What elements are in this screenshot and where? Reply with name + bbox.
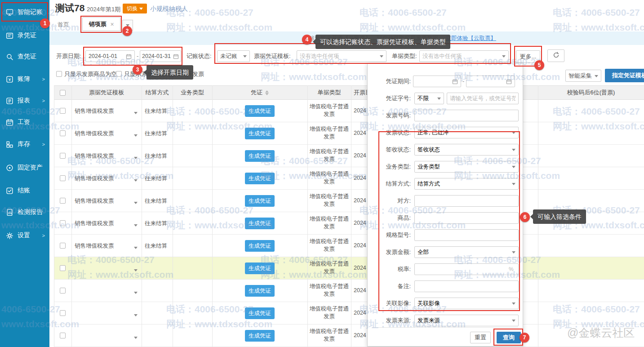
generate-voucher-button[interactable]: 生成凭证 (245, 307, 275, 319)
table-row[interactable]: 销售增值税发票往来结算生成凭证增值税电子普通发票2024 (54, 145, 644, 167)
chevron-down-icon[interactable] (134, 314, 138, 318)
cloud-ticket-link[interactable]: 立即体验【云取票】 (445, 35, 496, 41)
panel-text-input-8[interactable] (414, 212, 519, 224)
voucher-period-to-input[interactable] (466, 76, 515, 87)
panel-text-input-7[interactable] (414, 195, 519, 207)
smart-collect-button[interactable]: 智能采集 (565, 70, 601, 82)
chevron-down-icon[interactable] (134, 337, 138, 341)
tab-home[interactable]: 首页 (58, 21, 69, 29)
reset-button[interactable]: 重置 (470, 332, 491, 343)
table-row[interactable]: 销售增值税发票往来结算生成凭证增值税电子普通发票2024 (54, 122, 644, 145)
panel-text-input-9[interactable] (414, 229, 519, 241)
table-row[interactable]: 生成凭证增值税电子普通发票2024 (54, 280, 644, 302)
switch-account-button[interactable]: 切换 (123, 4, 147, 13)
sidebar-item-reports[interactable]: 报表> (0, 93, 49, 108)
date-from-input[interactable]: 2024-01-01 (85, 50, 135, 62)
table-row[interactable]: 生成凭证增值税电子普通发票2024 (54, 325, 644, 347)
generate-voucher-button[interactable]: 生成凭证 (245, 150, 275, 162)
chevron-down-icon[interactable] (134, 112, 138, 116)
generate-voucher-button[interactable]: 生成凭证 (245, 262, 275, 274)
row-checkbox[interactable] (60, 265, 66, 271)
row-checkbox[interactable] (60, 108, 66, 114)
chevron-down-icon[interactable] (134, 134, 138, 138)
sidebar-item-smart-accounting[interactable]: 智能记账 (0, 5, 49, 19)
chevron-down-icon[interactable] (134, 179, 138, 183)
header-checkbox[interactable] (60, 90, 66, 96)
table-row[interactable]: 销售增值税发票往来结算生成凭证增值税电子普通发票2024 (54, 235, 644, 257)
tax-rate-input[interactable] (414, 263, 519, 275)
panel-select-14-value: 发票来源 (417, 317, 440, 325)
chevron-down-icon[interactable] (134, 157, 138, 161)
generate-voucher-button[interactable]: 生成凭证 (245, 128, 275, 139)
search-button[interactable]: 查询 (497, 332, 521, 343)
sidebar-item-label: 查凭证 (18, 53, 36, 61)
annotation-circle-2: 2 (122, 26, 132, 36)
filter-checkbox[interactable] (56, 71, 62, 77)
cell-settlement: 往来结算 (145, 220, 167, 227)
sidebar-item-salary[interactable]: 工资 (0, 115, 49, 129)
chevron-down-icon[interactable] (134, 224, 138, 228)
table-row[interactable]: 销售增值税发票往来结算生成凭证增值税电子普通发票2024 (54, 167, 644, 190)
panel-field-label: 凭证字号: (368, 93, 411, 104)
voucher-template-select[interactable]: 没有选中任何项 (297, 50, 386, 62)
panel-select-5[interactable]: 业务类型 (414, 161, 519, 173)
chevron-down-icon[interactable] (134, 247, 138, 251)
tab-sales-invoices[interactable]: 销项票 × (82, 17, 120, 31)
sidebar-item-ledger[interactable]: ¥账簿> (0, 72, 49, 86)
sidebar-item-voucher-entry[interactable]: 录凭证 (0, 28, 49, 43)
voucher-period-from-input[interactable] (413, 76, 461, 87)
panel-select-6[interactable]: 结算方式 (414, 178, 519, 190)
panel-text-input-12[interactable] (414, 280, 519, 292)
calendar-icon[interactable] (173, 53, 179, 59)
sidebar-item-voucher-search[interactable]: 查凭证 (0, 49, 49, 64)
panel-select-10[interactable]: 全部 (414, 246, 519, 258)
row-checkbox[interactable] (60, 198, 66, 204)
panel-select-14[interactable]: 发票来源 (414, 315, 519, 326)
cell-invoice-date: 2024 (354, 197, 366, 204)
row-checkbox[interactable] (60, 175, 66, 181)
generate-voucher-button[interactable]: 生成凭证 (245, 218, 275, 229)
generate-voucher-button[interactable]: 生成凭证 (245, 195, 275, 207)
row-checkbox[interactable] (60, 153, 66, 159)
voucher-number-input[interactable] (447, 93, 519, 104)
row-checkbox[interactable] (60, 288, 66, 294)
booking-status-select[interactable]: 未记账 (217, 50, 250, 62)
generate-voucher-button[interactable]: 生成凭证 (245, 240, 275, 252)
sidebar-item-inspection-report[interactable]: 检测报告 (0, 205, 49, 219)
generate-voucher-button[interactable]: 生成凭证 (245, 173, 275, 184)
close-icon[interactable]: × (110, 21, 114, 28)
sidebar-item-closing[interactable]: 结账 (0, 183, 49, 198)
row-checkbox[interactable] (60, 130, 66, 136)
sort-icon[interactable] (265, 89, 269, 97)
voucher-word-select[interactable]: 不限 (414, 93, 444, 104)
panel-select-4[interactable]: 签收状态 (414, 144, 519, 156)
table-row[interactable]: 生成凭证增值税电子普通发票2024 (54, 257, 644, 280)
sidebar-item-settings[interactable]: 设置> (0, 228, 49, 243)
filter-checkbox[interactable] (116, 71, 122, 77)
doc-type-select[interactable]: 没有选中任何项 (419, 50, 509, 62)
row-checkbox[interactable] (60, 243, 66, 249)
row-checkbox[interactable] (60, 333, 66, 338)
annotation-circle-6: 6 (520, 212, 530, 222)
chevron-down-icon[interactable] (134, 269, 138, 273)
table-row[interactable]: 生成凭证增值税电子普通发票2024 (54, 302, 644, 325)
generate-voucher-button[interactable]: 生成凭证 (245, 105, 275, 117)
sidebar-item-inventory[interactable]: 库存> (0, 137, 49, 151)
advanced-filter-panel: 凭证期间:-凭证字号:不限发票号码:发票状态:正常, 已红冲签收状态:签收状态业… (367, 63, 523, 347)
assign-voucher-template-button[interactable]: 指定凭证模板 (605, 69, 644, 82)
table-row[interactable]: 销售增值税发票往来结算生成凭证增值税电子普通发票2024 (54, 190, 644, 212)
panel-text-input-2[interactable] (414, 110, 519, 121)
sidebar-item-fixed-assets[interactable]: 固定资产 (0, 160, 49, 175)
generate-voucher-button[interactable]: 生成凭证 (245, 330, 275, 342)
panel-select-3[interactable]: 正常, 已红冲 (414, 127, 519, 138)
row-checkbox[interactable] (60, 310, 66, 316)
date-to-input[interactable]: 2024-01-31 (140, 50, 181, 62)
row-checkbox[interactable] (60, 220, 66, 226)
calendar-icon[interactable] (126, 53, 132, 59)
refresh-button[interactable] (547, 49, 564, 62)
chevron-down-icon[interactable] (134, 292, 138, 296)
generate-voucher-button[interactable]: 生成凭证 (245, 285, 275, 297)
chevron-down-icon[interactable] (134, 202, 138, 206)
panel-select-13[interactable]: 关联影像 (414, 298, 519, 309)
table-row[interactable]: 销售增值税发票往来结算生成凭证增值税电子普通发票2024 (54, 100, 644, 122)
